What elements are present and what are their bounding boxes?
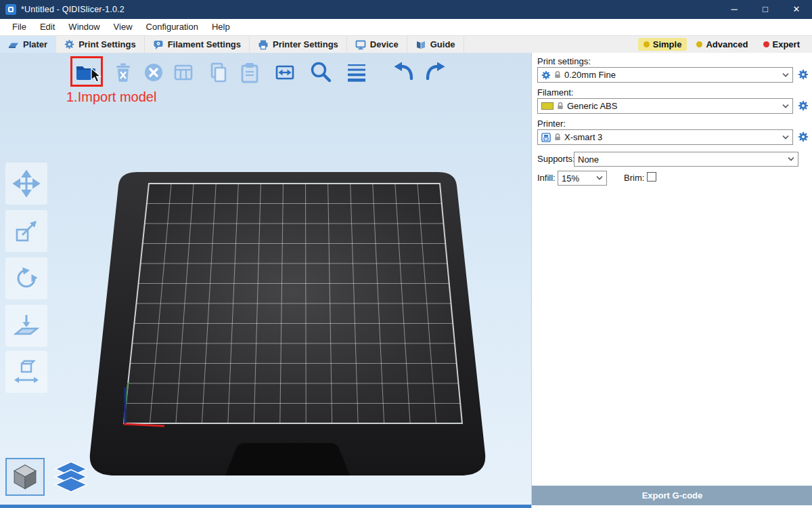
mode-simple[interactable]: Simple: [638, 38, 687, 51]
gear-icon: [64, 39, 74, 49]
tab-filament-settings[interactable]: Filament Settings: [145, 36, 250, 53]
copy-button[interactable]: [206, 60, 231, 85]
delete-all-button[interactable]: [141, 60, 166, 85]
tab-print-settings[interactable]: Print Settings: [56, 36, 145, 53]
measure-tool[interactable]: [5, 351, 47, 393]
settings-panel: Print settings: 0.20mm Fine Filament:: [531, 53, 812, 508]
printer-select[interactable]: X-smart 3: [537, 129, 793, 145]
gear-icon: [541, 70, 551, 80]
tab-device[interactable]: Device: [347, 36, 407, 53]
tab-guide-label: Guide: [430, 39, 455, 49]
move-tool[interactable]: [5, 163, 47, 205]
app-icon: [5, 4, 16, 15]
arrange-button[interactable]: [171, 60, 196, 85]
menu-view[interactable]: View: [107, 19, 139, 35]
supports-select[interactable]: None: [574, 152, 798, 167]
infill-label: Infill:: [537, 173, 556, 183]
maximize-button[interactable]: □: [750, 0, 781, 19]
chevron-down-icon: [782, 135, 789, 140]
brim-label: Brim:: [624, 173, 644, 183]
mode-advanced-label: Advanced: [706, 39, 748, 49]
rotate-tool[interactable]: [5, 257, 47, 299]
redo-button[interactable]: [422, 60, 448, 85]
paste-button[interactable]: [237, 60, 263, 85]
variable-layer-height-button[interactable]: [344, 60, 369, 85]
print-bed: [85, 167, 491, 485]
measure-icon: [13, 358, 40, 385]
lock-icon: [554, 133, 561, 142]
move-icon: [13, 170, 40, 197]
split-objects-button[interactable]: [272, 60, 298, 85]
tabbar: Plater Print Settings Filament Settings …: [0, 35, 812, 53]
place-on-face-tool[interactable]: [5, 305, 47, 347]
layer-lines-icon: [344, 60, 369, 85]
editor-view-button[interactable]: [5, 458, 45, 496]
advanced-mode-dot-icon: [696, 41, 702, 47]
filament-value: Generic ABS: [567, 101, 617, 111]
print-settings-gear-button[interactable]: [798, 69, 809, 80]
annotation-import-model: 1.Import model: [66, 89, 156, 105]
infill-value: 15%: [562, 173, 579, 184]
arrange-icon: [171, 60, 196, 85]
search-icon: [309, 60, 333, 85]
search-button[interactable]: [308, 60, 334, 85]
menu-window[interactable]: Window: [62, 19, 106, 35]
mouse-cursor-icon: [91, 68, 103, 87]
tab-printer-settings-label: Printer Settings: [273, 39, 338, 49]
lock-icon: [554, 70, 561, 79]
menu-help[interactable]: Help: [205, 19, 237, 35]
infill-select[interactable]: 15%: [558, 171, 607, 186]
tab-guide[interactable]: Guide: [407, 36, 464, 53]
plater-icon: [8, 39, 19, 50]
expert-mode-dot-icon: [763, 41, 769, 47]
menubar: File Edit Window View Configuration Help: [0, 19, 812, 35]
chevron-down-icon: [788, 157, 794, 162]
minimize-button[interactable]: ─: [719, 0, 750, 19]
filament-icon: [153, 39, 164, 50]
paste-icon: [238, 60, 262, 85]
delete-button[interactable]: [110, 60, 136, 85]
undo-button[interactable]: [391, 60, 417, 85]
tab-plater[interactable]: Plater: [0, 36, 56, 53]
window-title: *Untitled - QIDISlicer-1.0.2: [21, 5, 125, 14]
printer-value: X-smart 3: [564, 132, 602, 142]
scale-tool[interactable]: [5, 210, 47, 252]
printer-gear-button[interactable]: [798, 131, 809, 142]
filament-gear-button[interactable]: [798, 100, 809, 111]
lock-icon: [557, 102, 564, 110]
mode-advanced[interactable]: Advanced: [691, 38, 753, 51]
layers-stack-icon: [54, 461, 88, 494]
viewport-3d[interactable]: 1.Import model: [0, 53, 531, 508]
place-on-face-icon: [13, 312, 40, 339]
tab-device-label: Device: [370, 39, 399, 49]
brim-checkbox[interactable]: [647, 172, 656, 182]
circle-x-icon: [141, 60, 166, 85]
menu-edit[interactable]: Edit: [33, 19, 62, 35]
print-settings-select[interactable]: 0.20mm Fine: [537, 67, 793, 83]
printer-icon: [258, 39, 269, 50]
mode-switcher: Simple Advanced Expert: [638, 36, 812, 53]
app-window: *Untitled - QIDISlicer-1.0.2 ─ □ ✕ File …: [0, 0, 812, 508]
filament-color-swatch: [541, 102, 554, 110]
scale-icon: [13, 217, 40, 245]
filament-select[interactable]: Generic ABS: [537, 98, 793, 114]
undo-icon: [392, 60, 416, 85]
tab-printer-settings[interactable]: Printer Settings: [250, 36, 347, 53]
mode-expert[interactable]: Expert: [758, 38, 805, 51]
menu-file[interactable]: File: [5, 19, 33, 35]
titlebar: *Untitled - QIDISlicer-1.0.2 ─ □ ✕: [0, 0, 812, 19]
printer-icon: [541, 133, 551, 142]
supports-value: None: [578, 154, 599, 165]
mode-simple-label: Simple: [653, 39, 682, 49]
preview-button[interactable]: [53, 459, 89, 496]
device-icon: [355, 39, 366, 50]
menu-configuration[interactable]: Configuration: [139, 19, 205, 35]
guide-icon: [415, 39, 426, 50]
cube-3d-icon: [9, 461, 41, 492]
window-controls: ─ □ ✕: [719, 0, 812, 19]
filament-label: Filament:: [537, 87, 573, 98]
close-button[interactable]: ✕: [781, 0, 812, 19]
trash-icon: [111, 60, 135, 85]
copy-icon: [206, 60, 231, 85]
export-gcode-button[interactable]: Export G-code: [532, 486, 812, 505]
